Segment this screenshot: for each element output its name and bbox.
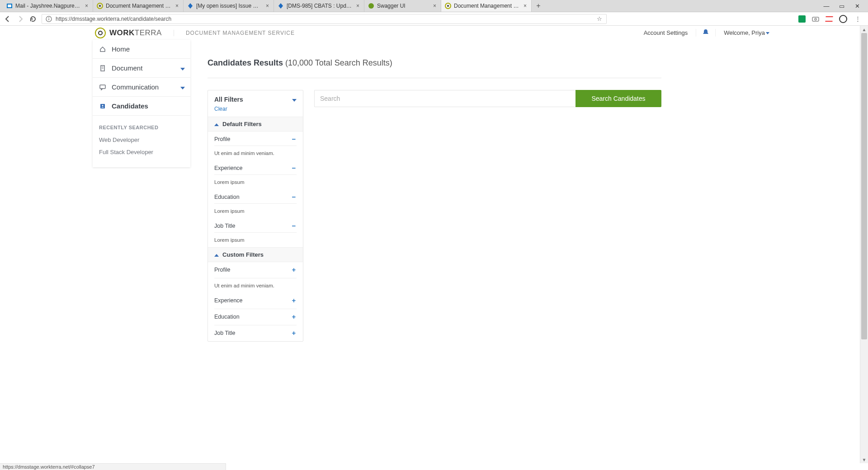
vertical-scrollbar[interactable]: ▲ ▼	[860, 26, 868, 463]
status-url: https://dmsstage.workterra.net/#collapse…	[3, 464, 95, 470]
extension-red-icon[interactable]	[825, 16, 833, 22]
svg-rect-1	[8, 5, 11, 7]
filter-row-profile[interactable]: Profile −	[208, 132, 303, 143]
outlook-icon	[6, 3, 13, 9]
minimize-icon[interactable]: —	[823, 3, 830, 9]
chrome-menu-icon[interactable]: ⋮	[854, 15, 862, 23]
search-candidates-button[interactable]: Search Candidates	[576, 90, 661, 107]
sidebar-item-label: Candidates	[112, 102, 148, 110]
svg-rect-15	[100, 85, 105, 89]
home-icon	[99, 46, 106, 53]
tab-label: Document Management Service	[454, 3, 520, 9]
browser-tab[interactable]: [DMS-985] CBATS : Update Existi ×	[274, 0, 364, 12]
account-settings-link[interactable]: Account Settings	[636, 29, 696, 36]
custom-filters-header[interactable]: Custom Filters	[208, 247, 303, 262]
chevron-up-icon	[214, 121, 219, 127]
recent-section-label: RECENTLY SEARCHED	[93, 116, 190, 134]
expand-icon[interactable]: +	[291, 296, 297, 304]
filter-row-experience-custom[interactable]: Experience +	[208, 293, 303, 306]
profile-avatar-icon[interactable]	[839, 15, 847, 23]
recent-search-item[interactable]: Full Stack Developer	[93, 146, 190, 158]
all-filters-toggle[interactable]: All Filters	[208, 90, 303, 106]
filter-row-jobtitle[interactable]: Job Title −	[208, 218, 303, 230]
welcome-text: Welcome, Priya	[724, 29, 765, 36]
filter-body: Ut enim ad minim veniam.	[208, 278, 303, 293]
forward-icon[interactable]	[16, 15, 24, 23]
browser-tab[interactable]: [My open issues] Issue Navigato ×	[184, 0, 274, 12]
close-icon[interactable]: ×	[523, 3, 528, 9]
browser-tab[interactable]: Document Management Service ×	[93, 0, 184, 12]
header-right: Account Settings Welcome, Priya	[636, 29, 860, 37]
svg-point-3	[99, 5, 101, 7]
expand-icon[interactable]: +	[291, 266, 297, 273]
tab-label: Swagger UI	[377, 3, 429, 9]
browser-extension-area: ⋮	[798, 15, 864, 23]
filter-body: Lorem ipsum	[208, 233, 303, 247]
close-icon[interactable]: ×	[265, 3, 270, 9]
collapse-icon[interactable]: −	[291, 135, 297, 143]
swagger-icon	[368, 3, 374, 9]
close-window-icon[interactable]: ✕	[854, 3, 861, 9]
scroll-up-icon[interactable]: ▲	[860, 26, 868, 33]
results-header: Candidates Results (10,000 Total Search …	[208, 58, 661, 78]
info-icon[interactable]	[45, 15, 53, 23]
collapse-icon[interactable]: −	[291, 193, 297, 201]
window-controls: — ▭ ✕	[823, 0, 865, 12]
reload-icon[interactable]	[29, 15, 37, 23]
close-icon[interactable]: ×	[355, 3, 360, 9]
scroll-down-icon[interactable]: ▼	[860, 456, 868, 463]
filter-row-education[interactable]: Education −	[208, 189, 303, 201]
extension-green-icon[interactable]	[798, 15, 806, 23]
default-filters-header[interactable]: Default Filters	[208, 117, 303, 132]
dms-icon	[97, 3, 103, 9]
browser-status-bar: https://dmsstage.workterra.net/#collapse…	[0, 463, 226, 470]
document-icon	[99, 65, 106, 72]
page-viewport: WORKTERRA DOCUMENT MANAGEMENT SERVICE Ac…	[0, 26, 860, 463]
maximize-icon[interactable]: ▭	[838, 3, 845, 9]
filter-row-jobtitle-custom[interactable]: Job Title +	[208, 325, 303, 341]
chat-icon	[99, 84, 106, 91]
filter-body: Lorem ipsum	[208, 175, 303, 189]
collapse-icon[interactable]: −	[291, 222, 297, 230]
browser-nav-bar: https://dmsstage.workterra.net/candidate…	[0, 12, 868, 26]
collapse-icon[interactable]: −	[291, 164, 297, 172]
bell-icon[interactable]	[696, 29, 716, 37]
user-menu[interactable]: Welcome, Priya	[716, 29, 769, 36]
browser-tab[interactable]: Swagger UI ×	[364, 0, 441, 12]
filter-row-education-custom[interactable]: Education +	[208, 309, 303, 322]
service-title: DOCUMENT MANAGEMENT SERVICE	[174, 30, 295, 36]
filter-row-profile-custom[interactable]: Profile +	[208, 262, 303, 275]
expand-icon[interactable]: +	[291, 313, 297, 320]
new-tab-button[interactable]: +	[532, 0, 545, 12]
browser-tab-active[interactable]: Document Management Service ×	[441, 0, 532, 12]
url-text: https://dmsstage.workterra.net/candidate…	[56, 16, 171, 22]
filter-row-experience[interactable]: Experience −	[208, 160, 303, 172]
close-icon[interactable]: ×	[432, 3, 437, 9]
search-input[interactable]	[314, 90, 576, 107]
filters-panel: All Filters Clear Default Filters Profil…	[208, 90, 303, 342]
sidebar-item-label: Communication	[112, 83, 159, 91]
close-icon[interactable]: ×	[175, 3, 179, 9]
star-icon[interactable]: ☆	[595, 15, 604, 23]
chevron-up-icon	[214, 251, 219, 258]
clear-filters-link[interactable]: Clear	[208, 106, 303, 117]
chevron-down-icon	[292, 96, 297, 103]
search-row: All Filters Clear Default Filters Profil…	[208, 90, 661, 342]
sidebar-item-candidates[interactable]: Candidates	[93, 97, 190, 116]
close-icon[interactable]: ×	[84, 3, 89, 9]
brand-logo-block[interactable]: WORKTERRA	[95, 28, 162, 38]
address-bar[interactable]: https://dmsstage.workterra.net/candidate…	[42, 14, 607, 24]
recent-search-item[interactable]: Web Developer	[93, 134, 190, 146]
back-icon[interactable]	[4, 15, 12, 23]
svg-rect-10	[812, 17, 819, 21]
sidebar-item-home[interactable]: Home	[93, 40, 190, 59]
svg-point-9	[48, 17, 49, 18]
extension-camera-icon[interactable]	[812, 15, 819, 23]
scroll-thumb[interactable]	[861, 33, 867, 339]
tab-label: Mail - Jayshree.Nagpure@caree	[15, 3, 81, 9]
sidebar-item-document[interactable]: Document	[93, 59, 190, 78]
browser-tab[interactable]: Mail - Jayshree.Nagpure@caree ×	[3, 0, 93, 12]
chevron-down-icon	[766, 32, 769, 34]
expand-icon[interactable]: +	[291, 329, 297, 337]
sidebar-item-communication[interactable]: Communication	[93, 78, 190, 97]
